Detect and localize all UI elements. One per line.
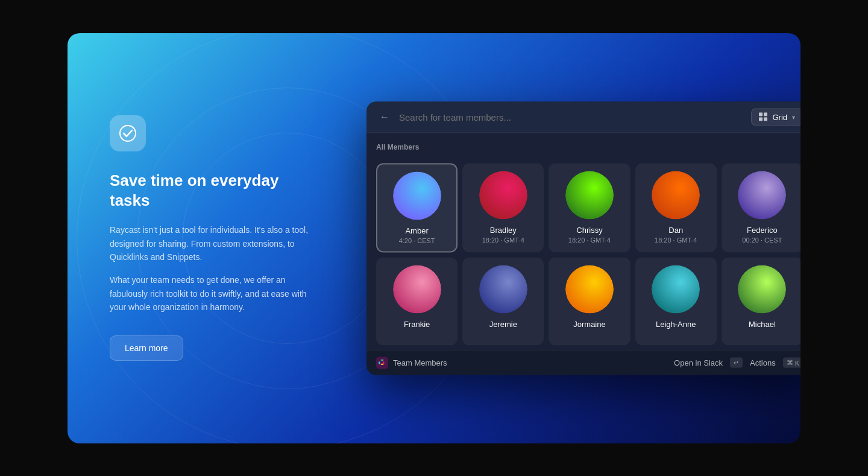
- slack-icon: [376, 357, 388, 369]
- member-name: Jeremie: [468, 319, 538, 328]
- member-card-jormaine[interactable]: Jormaine: [549, 257, 630, 345]
- grid-label: Grid: [772, 112, 787, 121]
- member-card-jeremie[interactable]: Jeremie: [462, 257, 544, 345]
- member-name: Bradley: [468, 225, 538, 234]
- member-time: [382, 330, 452, 337]
- avatar: [652, 171, 700, 219]
- open-in-slack-label[interactable]: Open in Slack: [674, 358, 723, 367]
- member-card-michael[interactable]: Michael: [722, 257, 800, 345]
- member-time: 4:20 · CEST: [382, 236, 451, 244]
- avatar: [479, 265, 527, 313]
- avatar: [393, 171, 441, 220]
- raycast-window: ← Grid ▾ All Members Am: [366, 101, 800, 375]
- member-time: [468, 330, 538, 337]
- member-time: [727, 330, 797, 337]
- member-card-dan[interactable]: Dan 18:20 · GMT-4: [635, 163, 717, 252]
- left-content: Save time on everyday tasks Raycast isn'…: [68, 79, 357, 398]
- avatar-container: [479, 171, 527, 219]
- members-section: All Members: [366, 133, 800, 163]
- description-1: Raycast isn't just a tool for individual…: [110, 223, 321, 264]
- member-card-leigh[interactable]: Leigh-Anne: [635, 257, 717, 345]
- member-time: 18:20 · GMT-4: [641, 236, 711, 243]
- avatar-container: [738, 171, 786, 219]
- bottom-actions: Open in Slack ↵ Actions ⌘ K: [674, 358, 800, 368]
- member-name: Amber: [382, 226, 451, 235]
- avatar-container: [565, 171, 614, 219]
- app-icon: [110, 115, 146, 151]
- member-time: 18:20 · GMT-4: [554, 236, 624, 243]
- avatar: [738, 265, 786, 313]
- svg-rect-2: [381, 359, 384, 360]
- chevron-down-icon: ▾: [792, 113, 795, 120]
- member-name: Chrissy: [554, 225, 624, 234]
- avatar: [565, 265, 614, 313]
- member-name: Michael: [727, 319, 797, 328]
- section-label: All Members: [376, 142, 800, 151]
- member-time: [554, 330, 624, 337]
- avatar-container: [652, 171, 700, 219]
- main-card: Save time on everyday tasks Raycast isn'…: [68, 33, 800, 443]
- member-card-bradley[interactable]: Bradley 18:20 · GMT-4: [462, 163, 544, 252]
- member-card-chrissy[interactable]: Chrissy 18:20 · GMT-4: [549, 163, 630, 252]
- members-grid: Amber 4:20 · CEST Bradley 18:20 · GMT-4 …: [366, 163, 800, 350]
- enter-kbd: ↵: [730, 358, 743, 368]
- description-2: What your team needs to get done, we off…: [110, 273, 321, 314]
- member-card-amber[interactable]: Amber 4:20 · CEST: [376, 163, 458, 252]
- grid-dropdown[interactable]: Grid ▾: [751, 108, 800, 125]
- avatar-container: [479, 265, 527, 313]
- avatar-container: [393, 265, 441, 313]
- back-icon: ←: [380, 112, 389, 122]
- headline: Save time on everyday tasks: [110, 171, 321, 212]
- bottom-bar: Team Members Open in Slack ↵ Actions ⌘ K: [366, 350, 800, 375]
- cmd-k-kbd: ⌘ K: [783, 358, 800, 368]
- member-card-frankie[interactable]: Frankie: [376, 257, 458, 345]
- avatar: [393, 265, 441, 313]
- member-time: 00:20 · CEST: [727, 236, 797, 243]
- team-members-label: Team Members: [393, 358, 447, 367]
- member-name: Leigh-Anne: [641, 319, 711, 328]
- member-time: [641, 330, 711, 337]
- search-bar: ← Grid ▾: [366, 101, 800, 133]
- back-button[interactable]: ←: [376, 109, 393, 125]
- avatar: [565, 171, 614, 219]
- svg-rect-1: [379, 361, 380, 364]
- member-time: 18:20 · GMT-4: [468, 236, 538, 243]
- avatar-container: [652, 265, 700, 313]
- avatar-container: [738, 265, 786, 313]
- svg-point-0: [120, 125, 136, 141]
- avatar: [652, 265, 700, 313]
- member-name: Dan: [641, 225, 711, 234]
- member-name: Federico: [727, 225, 797, 234]
- grid-icon: [759, 113, 767, 121]
- member-card-federico[interactable]: Federico 00:20 · CEST: [722, 163, 800, 252]
- actions-label[interactable]: Actions: [750, 358, 776, 367]
- member-name: Frankie: [382, 319, 452, 328]
- svg-rect-4: [381, 363, 384, 364]
- avatar-container: [393, 171, 441, 220]
- avatar: [479, 171, 527, 219]
- avatar-container: [565, 265, 614, 313]
- search-input[interactable]: [399, 112, 745, 122]
- member-name: Jormaine: [554, 319, 624, 328]
- avatar: [738, 171, 786, 219]
- learn-more-button[interactable]: Learn more: [110, 335, 183, 361]
